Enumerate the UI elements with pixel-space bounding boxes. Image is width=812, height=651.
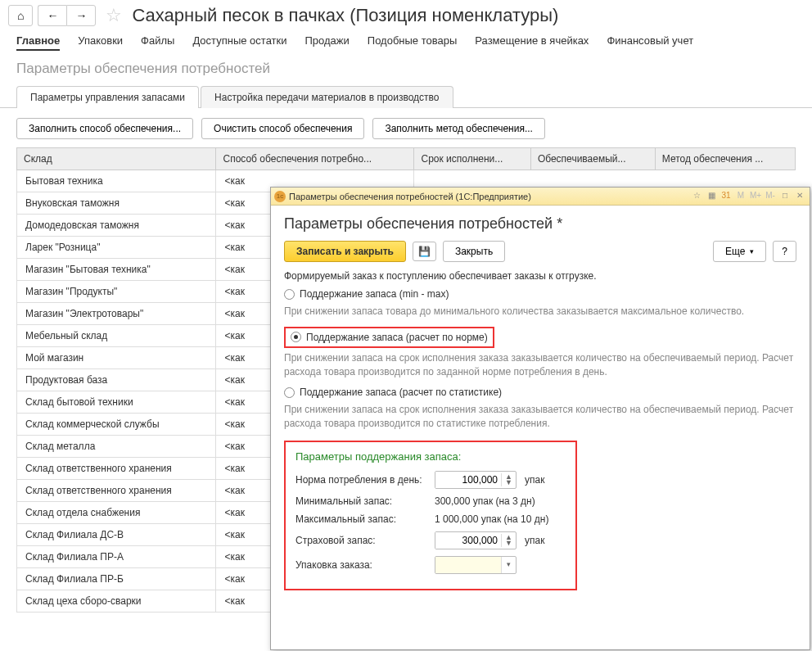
radio-icon — [284, 289, 295, 300]
m-icon[interactable]: M — [734, 191, 747, 202]
sklad-cell: Склад металла — [17, 436, 216, 458]
home-button[interactable]: ⌂ — [8, 5, 33, 26]
sklad-cell: Склад Филиала ДС-В — [17, 524, 216, 546]
main-tab[interactable]: Размещение в ячейках — [475, 34, 589, 51]
maximize-icon[interactable]: □ — [778, 191, 792, 202]
dialog-title: Параметры обеспечения потребностей (1С:П… — [289, 192, 687, 201]
app-icon: 1c — [274, 191, 286, 202]
sklad-cell: Продуктовая база — [17, 369, 216, 391]
spinner-icon[interactable]: ▲▼ — [501, 534, 516, 547]
norma-unit: упак — [525, 474, 544, 486]
sub-tab[interactable]: Параметры управления запасами — [16, 86, 199, 108]
sklad-cell: Склад Филиала ПР-А — [17, 546, 216, 568]
main-tab[interactable]: Доступные остатки — [192, 34, 286, 51]
strah-label: Страховой запас: — [295, 535, 435, 546]
action-button[interactable]: Заполнить способ обеспечения... — [16, 118, 193, 139]
sklad-cell: Магазин "Бытовая техника" — [17, 259, 216, 281]
strah-input[interactable] — [435, 532, 501, 549]
calendar-icon[interactable]: 31 — [720, 191, 733, 202]
save-close-button[interactable]: Записать и закрыть — [284, 241, 406, 262]
max-value: 1 000,000 упак (на 10 дн) — [435, 513, 548, 525]
more-button[interactable]: Еще — [713, 241, 766, 262]
hint-stat: При снижении запаса на срок исполнения з… — [284, 403, 796, 431]
subtitle: Параметры обеспечения потребностей — [0, 56, 812, 85]
norma-input[interactable] — [435, 472, 501, 488]
sklad-cell: Склад ответственного хранения — [17, 480, 216, 502]
radio-minmax[interactable]: Поддержание запаса (min - max) — [284, 288, 796, 300]
sklad-cell: Склад отдела снабжения — [17, 502, 216, 524]
calc-icon[interactable]: ▦ — [705, 191, 718, 202]
dialog-heading: Параметры обеспечения потребностей * — [284, 215, 796, 233]
column-header[interactable]: Срок исполнени... — [414, 148, 530, 170]
sklad-cell: Мебельный склад — [17, 325, 216, 347]
m-plus-icon[interactable]: M+ — [749, 191, 762, 202]
min-label: Минимальный запас: — [295, 495, 435, 507]
close-button[interactable]: Закрыть — [443, 241, 505, 262]
back-button[interactable]: ← — [38, 5, 66, 26]
column-header[interactable]: Способ обеспечения потребно... — [216, 148, 414, 170]
hint-minmax: При снижении запаса товара до минимально… — [284, 305, 796, 319]
sklad-cell: Магазин "Электротовары" — [17, 303, 216, 325]
main-tab[interactable]: Упаковки — [78, 34, 123, 51]
sklad-cell: Бытовая техника — [17, 170, 216, 192]
radio-icon — [291, 332, 301, 342]
help-button[interactable]: ? — [773, 241, 796, 262]
main-tab[interactable]: Файлы — [141, 34, 174, 51]
sklad-cell: Магазин "Продукты" — [17, 281, 216, 303]
page-title: Сахарный песок в пачках (Позиция номенкл… — [132, 5, 558, 26]
action-button[interactable]: Заполнить метод обеспечения... — [372, 118, 545, 139]
strah-unit: упак — [525, 535, 544, 546]
max-label: Максимальный запас: — [295, 513, 435, 525]
favorite-icon[interactable]: ☆ — [106, 5, 122, 26]
params-dialog: 1c Параметры обеспечения потребностей (1… — [270, 187, 810, 613]
m-minus-icon[interactable]: M- — [764, 191, 777, 202]
sklad-cell: Склад цеха сборо-сварки — [17, 590, 216, 613]
sklad-cell: Склад Филиала ПР-Б — [17, 568, 216, 590]
sklad-cell: Склад ответственного хранения — [17, 458, 216, 480]
sklad-cell: Внуковская таможня — [17, 192, 216, 215]
main-tab[interactable]: Финансовый учет — [607, 34, 693, 51]
favorite-icon[interactable]: ☆ — [690, 191, 703, 202]
sklad-cell: Склад бытовой техники — [17, 391, 216, 414]
upak-label: Упаковка заказа: — [295, 559, 435, 571]
radio-stat[interactable]: Поддержание запаса (расчет по статистике… — [284, 387, 796, 398]
hint-norm: При снижении запаса на срок исполнения з… — [284, 351, 796, 379]
params-title: Параметры поддержания запаса: — [295, 450, 566, 463]
min-value: 300,000 упак (на 3 дн) — [435, 495, 535, 507]
norma-label: Норма потребления в день: — [295, 474, 435, 486]
sklad-cell: Мой магазин — [17, 347, 216, 369]
sub-tab[interactable]: Настройка передачи материалов в производ… — [201, 86, 453, 108]
radio-norm[interactable]: Поддержание запаса (расчет по норме) — [291, 332, 488, 343]
close-icon[interactable]: ✕ — [793, 191, 806, 202]
sklad-cell: Ларек "Розница" — [17, 237, 216, 259]
main-tab[interactable]: Главное — [16, 34, 60, 51]
column-header[interactable]: Склад — [17, 148, 216, 170]
radio-icon — [284, 387, 295, 398]
dialog-titlebar[interactable]: 1c Параметры обеспечения потребностей (1… — [271, 188, 810, 206]
column-header[interactable]: Метод обеспечения ... — [655, 148, 795, 170]
params-box: Параметры поддержания запаса: Норма потр… — [284, 441, 577, 590]
upak-input[interactable] — [435, 557, 501, 573]
spinner-icon[interactable]: ▲▼ — [501, 473, 516, 486]
dropdown-icon[interactable]: ▾ — [501, 557, 516, 573]
action-button[interactable]: Очистить способ обеспечения — [201, 118, 364, 139]
save-icon-button[interactable]: 💾 — [413, 242, 436, 261]
sklad-cell: Склад коммерческой службы — [17, 414, 216, 436]
desc-text: Формируемый заказ к поступлению обеспечи… — [284, 270, 796, 282]
column-header[interactable]: Обеспечиваемый... — [530, 148, 655, 170]
main-tab[interactable]: Подобные товары — [368, 34, 458, 51]
forward-button[interactable]: → — [66, 5, 96, 26]
main-tab[interactable]: Продажи — [305, 34, 350, 51]
sklad-cell: Домодедовская таможня — [17, 215, 216, 237]
